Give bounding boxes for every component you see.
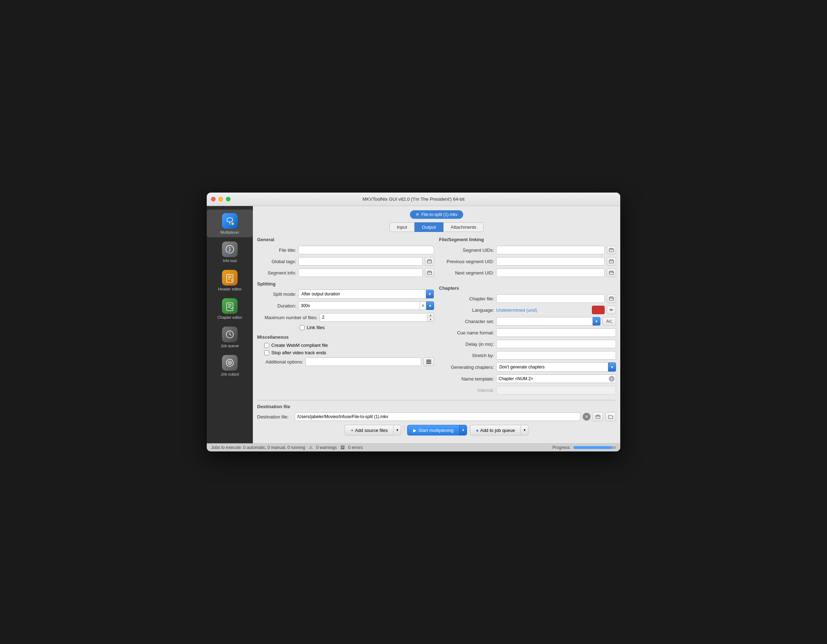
global-tags-input[interactable] — [298, 257, 423, 266]
tab-output[interactable]: Output — [415, 222, 443, 232]
generating-chapters-select[interactable]: Don't generate chapters — [496, 362, 608, 372]
jobs-text: Jobs to execute: 0 automatic, 0 manual, … — [211, 445, 305, 450]
previous-uid-browse-button[interactable] — [607, 257, 616, 266]
generating-chapters-value: Don't generate chapters — [499, 365, 605, 370]
info-tool-icon — [221, 241, 238, 258]
previous-uid-row: Previous segment UID: — [439, 257, 616, 266]
svg-rect-19 — [609, 249, 613, 252]
max-files-decrement[interactable]: ▼ — [428, 317, 434, 322]
name-template-input[interactable] — [496, 374, 616, 383]
create-webm-row: Create WebM compliant file — [264, 343, 434, 348]
delay-row: Delay (in ms): — [439, 340, 616, 348]
sidebar-item-job-output[interactable]: Job output — [207, 351, 253, 379]
close-button[interactable] — [211, 197, 215, 201]
chapter-file-browse-button[interactable] — [607, 294, 616, 303]
add-source-label: Add source files — [355, 428, 388, 433]
svg-point-2 — [229, 247, 231, 248]
segment-info-browse-button[interactable] — [425, 268, 434, 277]
duration-input[interactable] — [298, 301, 420, 310]
next-uid-browse-button[interactable] — [607, 268, 616, 277]
file-tab-close[interactable]: ✕ — [416, 212, 419, 217]
general-title: General — [257, 237, 434, 242]
add-queue-dropdown-button[interactable]: ▼ — [521, 425, 528, 435]
tab-attachments[interactable]: Attachments — [443, 222, 484, 232]
character-set-label-button[interactable]: ÄłÇ — [602, 317, 616, 326]
svg-rect-4 — [226, 274, 233, 282]
add-source-dropdown-button[interactable]: ▼ — [393, 425, 401, 435]
max-files-label: Maximum number of files: — [257, 315, 317, 320]
link-files-checkbox[interactable] — [300, 325, 304, 330]
generating-chapters-dropdown-button[interactable]: ▼ — [608, 362, 616, 372]
start-mux-dropdown-button[interactable]: ▼ — [459, 425, 467, 435]
add-source-button[interactable]: + Add source files — [345, 425, 394, 435]
language-remove-button[interactable] — [592, 306, 605, 314]
add-queue-button[interactable]: ● Add to job queue — [470, 425, 521, 435]
delay-input[interactable] — [496, 340, 616, 348]
global-tags-browse-button[interactable] — [425, 257, 434, 266]
file-tab[interactable]: ✕ File-to-split (1).mkv — [410, 210, 463, 219]
chapter-editor-icon — [221, 298, 238, 315]
sidebar-item-job-queue[interactable]: Job queue — [207, 323, 253, 351]
split-mode-select[interactable]: After output duration ▼ — [298, 289, 434, 299]
name-template-wrapper: ✕ — [496, 374, 616, 383]
name-template-row: Name template: ✕ — [439, 374, 616, 383]
language-value[interactable]: Undetermined (und) — [496, 307, 590, 313]
destination-browse-button[interactable] — [593, 412, 603, 421]
sidebar-item-label-chapter: Chapter editor — [217, 315, 242, 320]
cue-name-row: Cue name format: — [439, 328, 616, 337]
file-title-input[interactable] — [298, 246, 434, 254]
svg-rect-14 — [428, 271, 429, 271]
character-set-dropdown-button[interactable]: ▼ — [593, 317, 601, 326]
sidebar-item-multiplexer[interactable]: Multiplexer — [207, 210, 253, 237]
segment-uids-browse-button[interactable] — [607, 246, 616, 254]
segment-info-input[interactable] — [298, 268, 423, 277]
sidebar-item-chapter-editor[interactable]: Chapter editor — [207, 295, 253, 322]
name-template-clear-button[interactable]: ✕ — [609, 376, 615, 382]
header-editor-icon — [221, 269, 238, 286]
additional-options-btn[interactable] — [423, 357, 434, 366]
start-mux-button[interactable]: ▶ Start multiplexing — [407, 425, 459, 435]
progress-bar — [573, 446, 616, 449]
cue-name-input[interactable] — [496, 328, 616, 337]
svg-rect-28 — [609, 297, 613, 300]
svg-rect-32 — [597, 415, 598, 416]
minimize-button[interactable] — [218, 197, 223, 201]
window-controls[interactable] — [211, 197, 231, 201]
duration-clear-button[interactable]: ✕ — [420, 301, 426, 310]
previous-uid-input[interactable] — [496, 257, 605, 266]
language-edit-button[interactable]: ✏ — [607, 306, 616, 314]
right-section: File/Segment linking Segment UIDs: Previ… — [439, 237, 616, 397]
max-files-input[interactable] — [320, 313, 428, 322]
stop-after-video-checkbox[interactable] — [264, 350, 269, 356]
character-set-input[interactable] — [496, 317, 593, 326]
errors-text: 0 errors — [348, 445, 363, 450]
duration-dropdown-button[interactable]: ▼ — [426, 301, 434, 310]
create-webm-checkbox[interactable] — [264, 343, 269, 348]
segment-uids-row: Segment UIDs: — [439, 246, 616, 254]
segment-uids-input[interactable] — [496, 246, 605, 254]
stretch-input[interactable] — [496, 351, 616, 360]
maximize-button[interactable] — [226, 197, 231, 201]
destination-clear-button[interactable]: ✕ — [583, 413, 590, 421]
destination-input[interactable] — [295, 412, 580, 421]
sidebar-item-info-tool[interactable]: Info tool — [207, 238, 253, 266]
additional-options-row: Additional options: — [257, 357, 434, 366]
file-title-row: File title: — [257, 246, 434, 254]
generating-chapters-label: Generating chapters: — [439, 365, 494, 370]
warnings-text: 0 warnings — [316, 445, 337, 450]
svg-rect-15 — [430, 271, 431, 271]
global-tags-label: Global tags: — [257, 259, 296, 264]
link-section: File/Segment linking Segment UIDs: Previ… — [439, 237, 616, 280]
destination-folder-button[interactable] — [605, 412, 616, 421]
additional-options-input[interactable] — [305, 357, 421, 366]
max-files-increment[interactable]: ▲ — [428, 313, 434, 317]
sidebar-item-header-editor[interactable]: Header editor — [207, 266, 253, 294]
chapter-file-input[interactable] — [496, 294, 605, 303]
progress-area: Progress: — [552, 445, 616, 450]
stretch-row: Stretch by: — [439, 351, 616, 360]
next-uid-input[interactable] — [496, 268, 605, 277]
error-icon: 🖼 — [340, 445, 345, 450]
tab-input[interactable]: Input — [389, 222, 415, 232]
destination-label: Destination file: — [257, 414, 293, 419]
segment-uids-label: Segment UIDs: — [439, 248, 494, 253]
